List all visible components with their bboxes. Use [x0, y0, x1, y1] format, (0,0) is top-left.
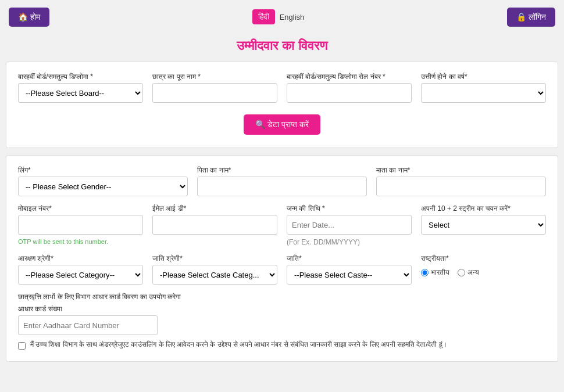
- mother-name-group: माता का नाम*: [376, 166, 546, 196]
- board-select[interactable]: --Please Select Board--: [18, 83, 143, 103]
- father-name-group: पिता का नाम*: [197, 166, 367, 196]
- aadhar-section: छात्रवृत्ति लाभों के लिए विभाग आधार कार्…: [18, 293, 546, 335]
- consent-row: मैं उच्च शिक्षा विभाग के साथ अंडरग्रेजुए…: [18, 341, 546, 350]
- passing-year-label: उत्तीर्ण होने का वर्ष*: [421, 73, 546, 81]
- fetch-row: 🔍 डेटा प्राप्त करें: [18, 111, 546, 136]
- email-label: ईमेल आई डी*: [152, 204, 277, 213]
- candidate-details-section: लिंग* -- Please Select Gender-- पिता का …: [6, 155, 558, 362]
- caste-select[interactable]: --Please Select Caste--: [287, 265, 412, 285]
- student-name-input[interactable]: [152, 83, 277, 103]
- mother-name-label: माता का नाम*: [376, 166, 546, 174]
- row-gender-parents: लिंग* -- Please Select Gender-- पिता का …: [18, 166, 546, 196]
- roll-number-group: बारहवीं बोर्ड/समतुल्य डिप्लोमा रोल नंबर …: [287, 73, 412, 103]
- aadhar-label: आधार कार्ड संख्या: [18, 305, 62, 313]
- caste-group: जाति* --Please Select Caste--: [287, 254, 412, 285]
- email-group: ईमेल आई डी*: [152, 204, 277, 235]
- category-group: आरक्षण श्रेणी* --Please Select Category-…: [18, 254, 143, 285]
- english-lang-button[interactable]: English: [280, 13, 305, 21]
- row-contact-dob-stream: मोबाइल नंबर* OTP will be sent to this nu…: [18, 204, 546, 246]
- caste-label: जाति*: [287, 254, 412, 262]
- category-select[interactable]: --Please Select Category--: [18, 265, 143, 285]
- fetch-data-button[interactable]: 🔍 डेटा प्राप्त करें: [244, 114, 320, 135]
- dob-group: जन्म की तिथि * (For Ex. DD/MM/YYYY): [287, 204, 412, 246]
- nationality-other-text: अन्य: [467, 268, 479, 276]
- login-button[interactable]: 🔒 लॉगिन: [507, 8, 555, 27]
- board-group: बारहवीं बोर्ड/समतुल्य डिप्लोमा * --Pleas…: [18, 73, 143, 103]
- page-title: उम्मीदवार का विवरण: [0, 38, 564, 53]
- nationality-indian-text: भारतीय: [431, 268, 449, 276]
- caste-category-label: जाति श्रेणी*: [152, 254, 277, 262]
- nationality-label: राष्ट्रीयता*: [421, 254, 546, 262]
- stream-select[interactable]: Select: [421, 215, 546, 235]
- board-details-section: बारहवीं बोर्ड/समतुल्य डिप्लोमा * --Pleas…: [6, 62, 558, 148]
- gender-group: लिंग* -- Please Select Gender--: [18, 166, 188, 196]
- aadhar-input-group: [18, 313, 158, 335]
- roll-number-label: बारहवीं बोर्ड/समतुल्य डिप्लोमा रोल नंबर …: [287, 73, 412, 81]
- language-switcher: हिंदी English: [252, 9, 305, 24]
- email-input[interactable]: [152, 215, 277, 235]
- roll-number-input[interactable]: [287, 83, 412, 103]
- gender-select[interactable]: -- Please Select Gender--: [18, 177, 188, 196]
- father-name-label: पिता का नाम*: [197, 166, 367, 174]
- dob-input[interactable]: [287, 215, 412, 235]
- home-button[interactable]: 🏠 होम: [9, 8, 49, 27]
- nationality-group: राष्ट्रीयता* भारतीय अन्य: [421, 254, 546, 276]
- board-details-row: बारहवीं बोर्ड/समतुल्य डिप्लोमा * --Pleas…: [18, 73, 546, 103]
- aadhar-section-label: छात्रवृत्ति लाभों के लिए विभाग आधार कार्…: [18, 293, 546, 301]
- dob-label: जन्म की तिथि *: [287, 204, 412, 213]
- nationality-other-radio[interactable]: [458, 269, 465, 276]
- page-title-bar: उम्मीदवार का विवरण: [0, 34, 564, 62]
- row-category-nationality: आरक्षण श्रेणी* --Please Select Category-…: [18, 254, 546, 285]
- dob-example: (For Ex. DD/MM/YYYY): [287, 238, 412, 246]
- student-name-label: छात्र का पूरा नाम *: [152, 73, 277, 81]
- mobile-input[interactable]: [18, 215, 143, 235]
- nationality-indian-radio[interactable]: [421, 269, 429, 276]
- consent-text: मैं उच्च शिक्षा विभाग के साथ अंडरग्रेजुए…: [30, 341, 447, 348]
- consent-checkbox[interactable]: [18, 342, 26, 350]
- otp-note: OTP will be sent to this number.: [18, 238, 143, 245]
- mother-name-input[interactable]: [376, 177, 546, 196]
- caste-category-group: जाति श्रेणी* -Please Select Caste Categ.…: [152, 254, 277, 285]
- caste-category-select[interactable]: -Please Select Caste Categ...: [152, 265, 277, 285]
- mobile-group: मोबाइल नंबर* OTP will be sent to this nu…: [18, 204, 143, 245]
- board-label: बारहवीं बोर्ड/समतुल्य डिप्लोमा *: [18, 73, 143, 81]
- nationality-other-label[interactable]: अन्य: [458, 268, 479, 276]
- nationality-indian-label[interactable]: भारतीय: [421, 268, 449, 276]
- category-label: आरक्षण श्रेणी*: [18, 254, 143, 262]
- hindi-lang-button[interactable]: हिंदी: [252, 9, 275, 24]
- mobile-label: मोबाइल नंबर*: [18, 204, 143, 213]
- stream-label: अपनी 10 + 2 स्ट्रीम का चयन करें*: [421, 204, 546, 213]
- stream-group: अपनी 10 + 2 स्ट्रीम का चयन करें* Select: [421, 204, 546, 235]
- nationality-radio-group: भारतीय अन्य: [421, 268, 546, 276]
- student-name-group: छात्र का पूरा नाम *: [152, 73, 277, 103]
- father-name-input[interactable]: [197, 177, 367, 196]
- gender-label: लिंग*: [18, 166, 188, 174]
- aadhar-input[interactable]: [18, 315, 158, 335]
- header: 🏠 होम हिंदी English 🔒 लॉगिन: [0, 0, 564, 34]
- passing-year-group: उत्तीर्ण होने का वर्ष*: [421, 73, 546, 103]
- passing-year-select[interactable]: [421, 83, 546, 103]
